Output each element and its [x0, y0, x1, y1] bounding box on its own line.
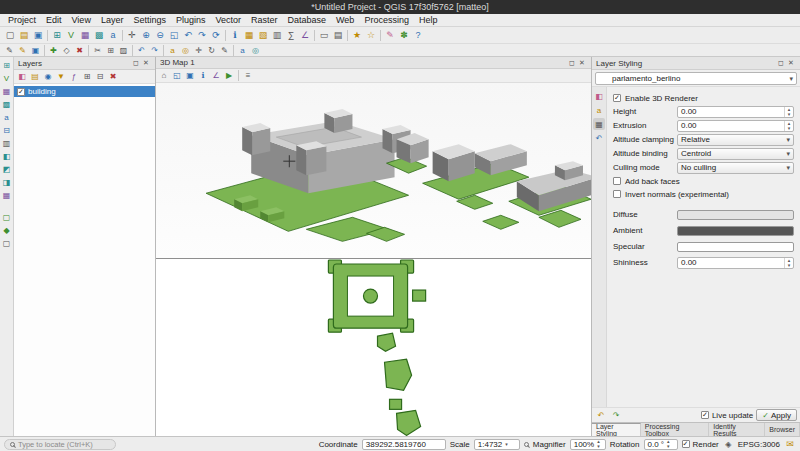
paste-features-icon[interactable]: ▨	[117, 44, 130, 56]
open-project-icon[interactable]: ▤	[17, 28, 31, 42]
menu-database[interactable]: Database	[283, 15, 332, 25]
layer-row-building[interactable]: ✓ building	[14, 86, 155, 97]
add-spatialite-icon[interactable]: ▥	[1, 137, 13, 149]
add-wcs-icon[interactable]: ◨	[1, 176, 13, 188]
invert-normals-checkbox[interactable]	[613, 190, 621, 198]
labels-tab-icon[interactable]: a	[593, 104, 605, 116]
render-toggle[interactable]: ✓ Render	[682, 440, 719, 449]
change-label-icon[interactable]: ✎	[218, 44, 231, 56]
add-vector-layer-icon[interactable]: V	[64, 28, 78, 42]
altitude-clamping-select[interactable]: Relative ▾	[677, 134, 794, 146]
new-print-layout-icon[interactable]: ▭	[317, 28, 331, 42]
enable-3d-checkbox[interactable]: ✓	[613, 94, 621, 102]
rotation-spinbox[interactable]: 0.0 ° ▴▾	[644, 439, 678, 450]
new-project-icon[interactable]: ▢	[3, 28, 17, 42]
zoom-next-icon[interactable]: ↷	[195, 28, 209, 42]
locate-input[interactable]: Type to locate (Ctrl+K)	[4, 439, 116, 450]
vertex-tool-icon[interactable]: ◇	[60, 44, 73, 56]
altitude-binding-select[interactable]: Centroid ▾	[677, 148, 794, 160]
undock-icon[interactable]: ◻	[567, 58, 577, 68]
menu-project[interactable]: Project	[3, 15, 41, 25]
spinner-arrows-icon[interactable]: ▴▾	[784, 121, 793, 131]
undock-icon[interactable]: ◻	[776, 58, 786, 68]
menu-settings[interactable]: Settings	[128, 15, 171, 25]
undo-icon[interactable]: ↶	[135, 44, 148, 56]
tab-processing-toolbox[interactable]: Processing Toolbox	[641, 423, 710, 436]
style-manager-icon[interactable]: ✎	[383, 28, 397, 42]
zoom-last-icon[interactable]: ↶	[181, 28, 195, 42]
menu-layer[interactable]: Layer	[96, 15, 129, 25]
filter-expression-icon[interactable]: ƒ	[68, 71, 80, 83]
manage-map-themes-icon[interactable]: ◉	[42, 71, 54, 83]
options-3d-icon[interactable]: ≡	[242, 69, 254, 81]
layout-manager-icon[interactable]: ▤	[331, 28, 345, 42]
tab-layer-styling[interactable]: Layer Styling	[592, 423, 641, 436]
field-calculator-icon[interactable]: ∑	[284, 28, 298, 42]
measure-line-icon[interactable]: ∠	[298, 28, 312, 42]
new-bookmark-icon[interactable]: ★	[350, 28, 364, 42]
add-delimited-text-layer-icon[interactable]: a	[106, 28, 120, 42]
undock-icon[interactable]: ◻	[131, 58, 141, 68]
add-postgis-icon[interactable]: ⊟	[1, 124, 13, 136]
specular-color-button[interactable]	[677, 242, 794, 252]
current-edits-icon[interactable]: ✎	[3, 44, 16, 56]
add-mesh-layer-icon[interactable]: ▩	[92, 28, 106, 42]
layer-diagram-icon[interactable]: ◎	[179, 44, 192, 56]
render-checkbox[interactable]: ✓	[682, 440, 690, 448]
rotate-label-icon[interactable]: ↻	[205, 44, 218, 56]
pan-map-icon[interactable]: ✛	[125, 28, 139, 42]
symbology-tab-icon[interactable]: ◧	[593, 90, 605, 102]
tab-identify-results[interactable]: Identify Results	[709, 423, 765, 436]
menu-plugins[interactable]: Plugins	[171, 15, 211, 25]
move-label-icon[interactable]: ✛	[192, 44, 205, 56]
3d-view-tab-icon[interactable]: ▦	[593, 118, 605, 130]
new-shapefile-icon[interactable]: ▢	[1, 211, 13, 223]
apply-button[interactable]: ✓ Apply	[756, 409, 797, 421]
collapse-all-icon[interactable]: ⊟	[94, 71, 106, 83]
map-refresh-icon[interactable]: ⟳	[209, 28, 223, 42]
title-bar[interactable]: *Untitled Project - QGIS 17f30f5762 [mat…	[0, 0, 800, 14]
identify-features-icon[interactable]: ℹ	[228, 28, 242, 42]
delete-selected-icon[interactable]: ✖	[73, 44, 86, 56]
toggle-editing-icon[interactable]: ✎	[16, 44, 29, 56]
show-bookmarks-icon[interactable]: ☆	[364, 28, 378, 42]
menu-edit[interactable]: Edit	[41, 15, 67, 25]
save-layer-edits-icon[interactable]: ▣	[29, 44, 42, 56]
cut-features-icon[interactable]: ✂	[91, 44, 104, 56]
map-canvas[interactable]	[156, 259, 591, 436]
measure-3d-icon[interactable]: ∠	[210, 69, 222, 81]
add-raster-layer-icon[interactable]: ▦	[78, 28, 92, 42]
add-group-icon[interactable]: ▤	[29, 71, 41, 83]
culling-mode-select[interactable]: No culling ▾	[677, 162, 794, 174]
open-data-source-icon[interactable]: ⊞	[1, 59, 13, 71]
spinner-arrows-icon[interactable]: ▴▾	[784, 258, 793, 268]
help-contents-icon[interactable]: ?	[411, 28, 425, 42]
metasearch-icon[interactable]: ◎	[249, 44, 262, 56]
processing-toolbox-icon[interactable]: ✽	[397, 28, 411, 42]
extrusion-spinbox[interactable]: 0.00 ▴▾	[677, 120, 794, 132]
add-wfs-icon[interactable]: ◩	[1, 163, 13, 175]
add-feature-icon[interactable]: ✚	[47, 44, 60, 56]
add-vector-icon[interactable]: V	[1, 72, 13, 84]
menu-help[interactable]: Help	[414, 15, 443, 25]
add-mesh-icon[interactable]: ▩	[1, 98, 13, 110]
data-source-manager-icon[interactable]: ⊞	[50, 28, 64, 42]
add-back-faces-checkbox[interactable]	[613, 177, 621, 185]
menu-processing[interactable]: Processing	[359, 15, 414, 25]
layer-visibility-checkbox[interactable]: ✓	[17, 88, 25, 96]
copy-features-icon[interactable]: ⊞	[104, 44, 117, 56]
close-icon[interactable]: ✕	[786, 58, 796, 68]
select-features-icon[interactable]: ▦	[242, 28, 256, 42]
layer-selector[interactable]: parlamento_berlino ▾	[595, 72, 797, 85]
deselect-features-icon[interactable]: ▧	[256, 28, 270, 42]
close-icon[interactable]: ✕	[141, 58, 151, 68]
annotation-icon[interactable]: a	[236, 44, 249, 56]
save-project-icon[interactable]: ▣	[31, 28, 45, 42]
new-geopackage-icon[interactable]: ◆	[1, 224, 13, 236]
messages-icon[interactable]: ✉	[784, 438, 796, 450]
tab-browser[interactable]: Browser	[765, 423, 800, 436]
new-scratch-layer-icon[interactable]: ▢	[1, 237, 13, 249]
zoom-full-icon[interactable]: ◱	[167, 28, 181, 42]
shininess-spinbox[interactable]: 0.00 ▴▾	[677, 257, 794, 269]
map3d-viewport[interactable]	[156, 83, 591, 258]
